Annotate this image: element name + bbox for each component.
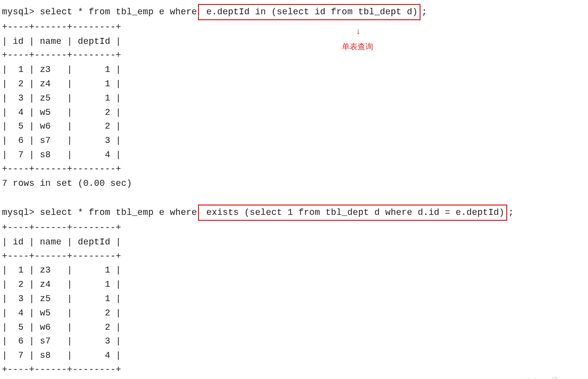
table-row: | 2 | z4 | 1 | [2,77,588,91]
query2-suffix: ; [508,206,514,220]
table-row: | 5 | w6 | 2 | [2,119,588,134]
table-divider: +----+------+--------+ [2,48,588,63]
sql-query-2: mysql> select * from tbl_emp e where exi… [2,205,588,221]
query1-prefix: select * from tbl_emp e where [40,5,197,19]
table-row: | 3 | z5 | 1 | [2,91,588,105]
table-divider: +----+------+--------+ [2,221,588,235]
table-row: | 1 | z3 | 1 | [2,63,588,77]
result-summary-1: 7 rows in set (0.00 sec) [2,176,588,191]
table-row: | 7 | s8 | 4 | [2,148,588,162]
table-divider: +----+------+--------+ [2,20,588,34]
table-row: | 1 | z3 | 1 | [2,263,588,277]
query2-prefix: select * from tbl_emp e where [40,206,197,220]
table-header: | id | name | deptId | [2,235,588,249]
watermark-yisu-text: 亿速云 [562,377,583,379]
blank-line [2,190,588,205]
table-row: | 5 | w6 | 2 | [2,320,588,335]
table-row: | 3 | z5 | 1 | [2,292,588,306]
sql-query-1: mysql> select * from tbl_emp e where e.d… [2,4,588,20]
mysql-prompt: mysql> [2,5,40,19]
query1-suffix: ; [422,5,427,19]
table-header: | id | name | deptId | [2,34,588,49]
table-row: | 4 | w5 | 2 | [2,105,588,120]
query1-highlight-in-subquery: e.deptId in (select id from tbl_dept d) [198,4,421,20]
table-row: | 6 | s7 | 3 | [2,134,588,148]
table-row: | 2 | z4 | 1 | [2,277,588,292]
table-row: | 7 | s8 | 4 | [2,348,588,363]
table-row: | 4 | w5 | 2 | [2,306,588,320]
table-divider: +----+------+--------+ [2,363,588,377]
table-row: | 6 | s7 | 3 | [2,334,588,348]
annotation-single-table-query: 单表查询 [342,40,373,53]
table-divider: +----+------+--------+ [2,249,588,264]
arrow-down-icon: ↓ [356,25,361,39]
result-summary-2: 7 rows in set (0.00 sec) [2,377,588,379]
table-divider: +----+------+--------+ [2,162,588,176]
query2-highlight-exists-subquery: exists (select 1 from tbl_dept d where d… [198,205,507,221]
watermark-csdn: CSDN @大 [503,376,539,379]
mysql-prompt: mysql> [2,206,40,220]
watermark-yisu: 亿速云 [551,377,583,379]
